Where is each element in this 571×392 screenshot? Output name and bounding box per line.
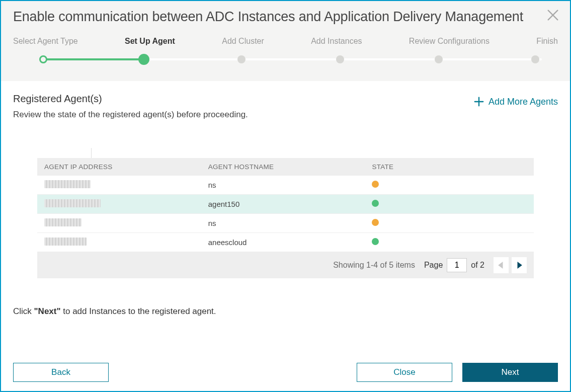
hint-suffix: to add Instances to the registered agent… [61, 306, 216, 316]
wizard-labels: Select Agent Type Set Up Agent Add Clust… [13, 37, 558, 46]
redacted-ip [44, 199, 101, 207]
modal-body: Registered Agent(s) Review the state of … [1, 81, 570, 355]
pagination-of-text: of 2 [471, 261, 484, 270]
wizard-step-label-3: Add Instances [311, 37, 362, 46]
cell-agent-state [365, 195, 534, 214]
close-button-label: Close [393, 367, 415, 377]
wizard-node-4 [435, 55, 443, 63]
wizard-node-1 [138, 54, 149, 65]
cell-agent-state [365, 214, 534, 233]
agents-table-wrap: AGENT IP ADDRESS AGENT HOSTNAME STATE ns… [37, 148, 534, 278]
hint-bold: "Next" [34, 306, 61, 316]
modal-title: Enable communication between ADC Instanc… [13, 9, 558, 25]
cell-agent-state [365, 176, 534, 195]
wizard-node-2 [237, 55, 246, 63]
cell-agent-hostname: ns [201, 176, 365, 195]
cell-agent-ip [37, 233, 201, 252]
table-row[interactable]: ns [37, 214, 534, 233]
redacted-ip [44, 180, 91, 188]
pagination-page-input[interactable] [447, 258, 467, 272]
status-ok-icon [372, 200, 379, 207]
wizard-modal: Enable communication between ADC Instanc… [0, 0, 571, 392]
add-more-agents-label: Add More Agents [488, 97, 558, 107]
modal-header: Enable communication between ADC Instanc… [1, 1, 570, 81]
wizard-bar [13, 54, 558, 65]
section-title: Registered Agent(s) [13, 93, 248, 105]
plus-icon [473, 96, 484, 107]
hint-prefix: Click [13, 306, 34, 316]
status-ok-icon [372, 238, 379, 245]
wizard-node-0 [39, 55, 47, 63]
pagination-next-button[interactable] [512, 257, 527, 273]
modal-footer: Back Close Next [1, 355, 570, 391]
redacted-ip [44, 218, 81, 226]
wizard-node-3 [336, 55, 344, 63]
add-more-agents-button[interactable]: Add More Agents [473, 96, 558, 107]
status-warn-icon [372, 219, 379, 226]
col-header-ip[interactable]: AGENT IP ADDRESS [37, 158, 201, 176]
section-subtitle: Review the state of the registered agent… [13, 110, 248, 120]
wizard-stepper: Select Agent Type Set Up Agent Add Clust… [13, 37, 558, 65]
col-header-host[interactable]: AGENT HOSTNAME [201, 158, 365, 176]
col-header-state[interactable]: STATE [365, 158, 534, 176]
pagination-page-control: Page of 2 [424, 258, 484, 272]
cell-agent-hostname: agent150 [201, 195, 365, 214]
close-button[interactable]: Close [357, 363, 452, 382]
pagination-prev-button[interactable] [494, 257, 509, 273]
cell-agent-ip [37, 195, 201, 214]
cell-agent-ip [37, 214, 201, 233]
cell-agent-state [365, 233, 534, 252]
svg-marker-4 [498, 262, 503, 269]
next-button[interactable]: Next [462, 363, 558, 382]
pagination-page-label: Page [424, 261, 443, 270]
wizard-step-label-1: Set Up Agent [125, 37, 175, 46]
cell-agent-ip [37, 176, 201, 195]
table-corner-notch [37, 148, 92, 158]
wizard-step-label-4: Review Configurations [409, 37, 490, 46]
table-row[interactable]: agent150 [37, 195, 534, 214]
wizard-step-label-2: Add Cluster [222, 37, 264, 46]
svg-marker-5 [518, 262, 522, 269]
pagination-showing-text: Showing 1-4 of 5 items [333, 261, 415, 270]
cell-agent-hostname: aneescloud [201, 233, 365, 252]
table-row[interactable]: aneescloud [37, 233, 534, 252]
back-button[interactable]: Back [13, 363, 109, 382]
redacted-ip [44, 238, 87, 246]
back-button-label: Back [51, 367, 70, 377]
agents-table: AGENT IP ADDRESS AGENT HOSTNAME STATE ns… [37, 158, 534, 252]
wizard-node-5 [531, 55, 539, 63]
status-warn-icon [372, 181, 379, 188]
wizard-step-label-0: Select Agent Type [13, 37, 78, 46]
cell-agent-hostname: ns [201, 214, 365, 233]
hint-text: Click "Next" to add Instances to the reg… [13, 306, 558, 317]
pagination-bar: Showing 1-4 of 5 items Page of 2 [37, 252, 534, 278]
next-button-label: Next [502, 367, 519, 377]
table-row[interactable]: ns [37, 176, 534, 195]
wizard-step-label-5: Finish [536, 37, 558, 46]
wizard-track-progress [43, 58, 144, 60]
close-icon[interactable] [546, 8, 560, 22]
